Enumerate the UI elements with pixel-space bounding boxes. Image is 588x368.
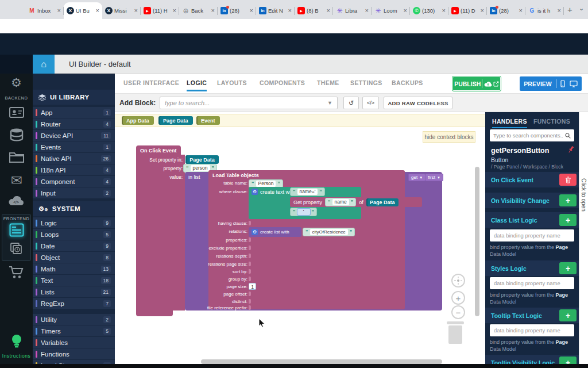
- text-part-field[interactable]: name=': [297, 189, 318, 195]
- sidebar-item-variables[interactable]: Variables: [33, 337, 115, 348]
- empty-socket[interactable]: [249, 269, 251, 274]
- messaging-mail-icon[interactable]: ✉: [0, 172, 33, 189]
- sidebar-item-functions[interactable]: Functions: [33, 348, 115, 359]
- sidebar-item-device-api[interactable]: Device API11: [33, 130, 115, 141]
- block-search-select[interactable]: type to search...▼: [160, 97, 338, 109]
- logic-canvas[interactable]: App Data Page Data Event hide context bl…: [115, 112, 485, 368]
- sidebar-item-logic[interactable]: Logic9: [33, 217, 115, 228]
- sidebar-item-utility[interactable]: Utility2: [33, 314, 115, 325]
- tab-close-icon[interactable]: ×: [211, 7, 215, 14]
- handler-row-class-list-logic[interactable]: Class List Logic +: [485, 212, 579, 228]
- new-tab-button[interactable]: +: [567, 5, 572, 14]
- add-handler-button[interactable]: +: [559, 262, 577, 274]
- canvas-trash-icon[interactable]: [447, 323, 464, 344]
- browser-tab[interactable]: Missi×: [102, 2, 141, 19]
- instructions-bulb-icon[interactable]: [0, 334, 33, 350]
- table-name-field[interactable]: Person: [256, 181, 276, 187]
- browser-tab[interactable]: (11) D×: [448, 2, 487, 19]
- empty-socket[interactable]: [249, 277, 251, 281]
- tab-close-icon[interactable]: ×: [558, 7, 561, 14]
- publish-button[interactable]: PUBLISH: [452, 76, 501, 91]
- empty-socket[interactable]: [249, 246, 251, 250]
- sidebar-item-input[interactable]: Input2: [33, 187, 115, 198]
- tab-close-icon[interactable]: ×: [404, 7, 407, 14]
- instructions-label[interactable]: Instructions: [0, 353, 33, 359]
- sidebar-item-app[interactable]: App1: [33, 107, 115, 118]
- settings-gear-icon[interactable]: ⚙: [0, 76, 33, 90]
- home-button[interactable]: ⌂: [33, 55, 55, 74]
- empty-socket[interactable]: [249, 221, 251, 225]
- users-id-card-icon[interactable]: [0, 106, 33, 118]
- add-handler-button[interactable]: +: [559, 194, 577, 206]
- text-part-block[interactable]: “name='”: [290, 187, 325, 196]
- sidebar-item-native-api[interactable]: Native API26: [33, 153, 115, 164]
- tab-close-icon[interactable]: ×: [481, 7, 484, 14]
- browser-tab[interactable]: (11) H×: [141, 2, 179, 19]
- sidebar-item-object[interactable]: Object8: [33, 252, 115, 263]
- tab-logic[interactable]: LOGIC: [187, 79, 207, 91]
- tab-layouts[interactable]: LAYOUTS: [217, 79, 247, 86]
- first-dropdown[interactable]: first▼: [425, 174, 443, 181]
- tab-close-icon[interactable]: ×: [327, 7, 330, 14]
- canvas-horizontal-scrollbar[interactable]: [201, 359, 442, 364]
- history-button[interactable]: ↺: [343, 97, 359, 109]
- preview-button[interactable]: PREVIEW: [520, 76, 582, 91]
- handler-row-tooltip-text-logic[interactable]: Tooltip Text Logic +: [485, 308, 579, 323]
- create-list-with-block[interactable]: ⚙create list with: [249, 227, 301, 237]
- cloud-upload-icon[interactable]: [484, 81, 492, 87]
- page-data-block[interactable]: Page Data: [185, 155, 219, 164]
- ui-library-header[interactable]: UI LIBRARY: [33, 90, 115, 105]
- cloud-code-icon[interactable]: </>: [0, 194, 33, 207]
- browser-tab[interactable]: (8) B×: [295, 2, 333, 19]
- get-property-name-block[interactable]: “name”: [325, 198, 356, 206]
- get-property-block[interactable]: Get property “name” of Page Data: [290, 197, 422, 207]
- sidebar-item-component[interactable]: Component4: [33, 176, 115, 187]
- sidebar-item-regexp[interactable]: RegExp7: [33, 298, 115, 309]
- class-list-binding-input[interactable]: [490, 229, 574, 241]
- hide-context-blocks-button[interactable]: hide context blocks: [423, 131, 475, 143]
- empty-socket[interactable]: [249, 305, 251, 310]
- component-search[interactable]: [490, 129, 574, 141]
- on-click-event-block[interactable]: On Click Event: [136, 145, 181, 155]
- browser-tab[interactable]: Libra×: [333, 2, 372, 19]
- desktop-preview-icon[interactable]: [570, 80, 578, 87]
- text-part-block[interactable]: “'”: [290, 208, 317, 216]
- browser-tab[interactable]: Inbox×: [25, 2, 64, 19]
- pages-clock-icon[interactable]: [0, 241, 33, 256]
- add-raw-codeless-button[interactable]: ADD RAW CODELESS: [384, 97, 452, 109]
- relations-text-block[interactable]: “cityOfResidence”: [303, 228, 355, 236]
- code-view-button[interactable]: </>: [362, 97, 379, 109]
- browser-tab[interactable]: (130)×: [410, 2, 448, 19]
- sidebar-item-timers[interactable]: Timers5: [33, 325, 115, 336]
- sidebar-item-lists[interactable]: Lists21: [33, 286, 115, 297]
- get-property-name-field[interactable]: name: [332, 199, 349, 205]
- tab-close-icon[interactable]: ×: [96, 7, 99, 14]
- on-click-event-block-foot[interactable]: [136, 310, 173, 316]
- sidebar-item-events[interactable]: Events1: [33, 141, 115, 152]
- browser-tab[interactable]: Edit N×: [256, 2, 295, 19]
- event-context-block[interactable]: Event: [196, 116, 220, 125]
- tab-user-interface[interactable]: USER INTERFACE: [123, 79, 179, 86]
- zoom-out-button[interactable]: −: [451, 305, 465, 319]
- tab-components[interactable]: COMPONENTS: [260, 79, 305, 86]
- property-value-field[interactable]: person: [191, 165, 210, 171]
- ui-builder-icon[interactable]: [0, 223, 33, 237]
- browser-tab[interactable]: Back×: [179, 2, 218, 19]
- empty-socket[interactable]: [249, 237, 251, 242]
- get-dropdown[interactable]: get▼: [408, 174, 425, 181]
- tab-close-icon[interactable]: ×: [134, 7, 138, 14]
- system-header[interactable]: ⚙⚙SYSTEM: [33, 201, 115, 216]
- pin-icon[interactable]: [567, 145, 575, 154]
- tab-close-icon[interactable]: ×: [57, 7, 61, 14]
- empty-socket[interactable]: [249, 292, 251, 296]
- tooltip-text-binding-input[interactable]: [490, 324, 574, 336]
- delete-handler-button[interactable]: +: [559, 174, 577, 186]
- add-handler-button[interactable]: +: [559, 309, 577, 321]
- browser-tab-active[interactable]: UI Bu×: [64, 2, 102, 19]
- page-data-context-block[interactable]: Page Data: [158, 116, 193, 125]
- component-search-input[interactable]: [493, 132, 563, 139]
- relations-field[interactable]: cityOfResidence: [310, 229, 348, 235]
- mutator-gear-icon[interactable]: ⚙: [252, 229, 258, 235]
- tab-close-icon[interactable]: ×: [173, 7, 176, 14]
- files-folder-icon[interactable]: [0, 151, 33, 163]
